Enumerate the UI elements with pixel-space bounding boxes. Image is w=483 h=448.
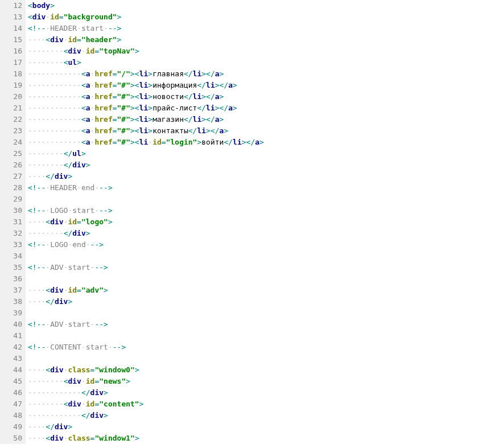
token-ws-dot: ········: [28, 377, 64, 385]
token-tag-bracket: >: [148, 104, 152, 112]
token-comment: CONTENT: [50, 343, 81, 351]
code-line[interactable]: <body>: [28, 0, 483, 11]
code-line[interactable]: [28, 353, 483, 364]
code-line[interactable]: ····</div>: [28, 296, 483, 307]
token-attr-name: href: [94, 126, 112, 135]
token-ws-dot: ············: [28, 138, 81, 146]
code-line[interactable]: ····<div·id="adv">: [28, 285, 483, 296]
code-editor[interactable]: 1213141516171819202122232425262728293031…: [0, 0, 483, 444]
token-tag-name: div: [50, 434, 63, 442]
token-tag-name: a: [86, 69, 90, 78]
token-tag-bracket: >: [50, 1, 55, 10]
code-line[interactable]: ········<div·id="topNav">: [28, 46, 483, 57]
code-line[interactable]: [28, 250, 483, 262]
token-tag-name: div: [50, 286, 63, 294]
line-number: 40: [0, 319, 22, 330]
token-tag-name: li: [197, 126, 206, 135]
line-number: 39: [0, 307, 22, 319]
token-ws-dot: ····: [28, 422, 46, 431]
token-tag-name: div: [72, 161, 85, 169]
token-ws-dot: ·: [81, 343, 86, 351]
code-line[interactable]: ········</div>: [28, 159, 483, 171]
code-line[interactable]: <div·id="background">: [28, 11, 483, 23]
token-attr-name: href: [94, 81, 112, 89]
token-tag-name: a: [86, 92, 90, 101]
code-line[interactable]: ············<a·href="/"><li>главная</li>…: [28, 68, 483, 80]
token-attr-name: id: [86, 400, 95, 408]
token-attr-value: "topNav": [99, 47, 135, 55]
code-line[interactable]: ····</div>: [28, 171, 483, 182]
code-line[interactable]: ········</ul>: [28, 148, 483, 159]
token-ws-dot: ·: [46, 24, 50, 32]
code-line[interactable]: ············<a·href="#"><li>новости</li>…: [28, 91, 483, 102]
token-tag-name: a: [86, 126, 90, 135]
token-tag-bracket: >: [130, 104, 135, 112]
token-tag-bracket: </: [81, 411, 90, 420]
code-line[interactable]: ············</div>: [28, 410, 483, 421]
code-line[interactable]: <!--·LOGO·start·-->: [28, 205, 483, 216]
token-tag-bracket: >: [148, 92, 152, 101]
token-tag-bracket: <: [81, 69, 86, 78]
token-tag-bracket: </: [64, 149, 73, 158]
token-tag-bracket: >: [77, 58, 81, 67]
token-tag-bracket: >: [135, 47, 139, 55]
token-txt: войти: [201, 138, 224, 146]
code-line[interactable]: <!--·LOGO·end·-->: [28, 239, 483, 250]
token-tag-bracket: <!--: [28, 206, 46, 215]
token-comment: LOGO: [50, 240, 68, 249]
code-line[interactable]: <!--·CONTENT·start·-->: [28, 342, 483, 353]
code-line[interactable]: [28, 307, 483, 319]
token-tag-bracket: >: [135, 434, 139, 442]
token-tag-bracket: <!--: [28, 183, 46, 192]
line-number: 41: [0, 330, 22, 342]
token-txt: магазин: [152, 115, 184, 124]
token-tag-bracket: >: [81, 149, 86, 158]
line-number: 30: [0, 205, 22, 216]
code-line[interactable]: ············<a·href="#"><li>контакты</li…: [28, 125, 483, 137]
code-line[interactable]: ············</div>: [28, 387, 483, 398]
line-number: 49: [0, 421, 22, 433]
line-number: 20: [0, 91, 22, 102]
code-line[interactable]: ····<div·class="window0">: [28, 364, 483, 376]
token-tag-name: ul: [68, 58, 77, 67]
code-line[interactable]: ····<div·id="logo">: [28, 216, 483, 228]
token-comment: ADV: [50, 263, 63, 272]
code-line[interactable]: ········<ul>: [28, 57, 483, 68]
code-line[interactable]: <!--·ADV·start·-->: [28, 262, 483, 273]
code-line[interactable]: [28, 194, 483, 205]
code-line[interactable]: <!--·ADV·start·-->: [28, 319, 483, 330]
code-line[interactable]: ····<div·id="header">: [28, 34, 483, 46]
code-area[interactable]: <body><div·id="background"><!--·HEADER·s…: [26, 0, 483, 444]
token-attr-value: "#": [117, 81, 130, 89]
token-tag-bracket: -->: [99, 206, 112, 215]
token-tag-bracket: >: [130, 126, 135, 135]
token-tag-bracket: <: [46, 217, 50, 226]
token-tag-name: li: [139, 126, 148, 135]
token-tag-bracket: -->: [94, 263, 108, 272]
code-line[interactable]: ········</div>: [28, 228, 483, 239]
code-line[interactable]: ············<a·href="#"><li·id="login">в…: [28, 137, 483, 148]
code-line[interactable]: ····<div·class="window1">: [28, 433, 483, 444]
line-number: 48: [0, 410, 22, 421]
code-line[interactable]: ········<div·id="content">: [28, 398, 483, 410]
token-tag-name: a: [215, 92, 220, 101]
code-line[interactable]: ············<a·href="#"><li>информация</…: [28, 80, 483, 91]
code-line[interactable]: <!--·HEADER·end·-->: [28, 182, 483, 194]
token-tag-name: a: [215, 69, 220, 78]
token-ws-dot: ············: [28, 126, 81, 135]
line-number: 22: [0, 114, 22, 125]
code-line[interactable]: [28, 330, 483, 342]
code-line[interactable]: [28, 273, 483, 285]
token-tag-bracket: <: [81, 92, 86, 101]
token-tag-name: li: [193, 69, 202, 78]
token-tag-name: ul: [72, 149, 81, 158]
token-tag-name: div: [50, 35, 63, 44]
token-tag-bracket: -->: [90, 240, 104, 249]
token-tag-bracket: <: [135, 81, 139, 89]
code-line[interactable]: ············<a·href="#"><li>магазин</li>…: [28, 114, 483, 125]
token-ws-dot: ····: [28, 434, 46, 442]
code-line[interactable]: ········<div·id="news">: [28, 376, 483, 387]
code-line[interactable]: <!--·HEADER·start·-->: [28, 23, 483, 34]
code-line[interactable]: ············<a·href="#"><li>прайс-лист</…: [28, 102, 483, 114]
code-line[interactable]: ····</div>: [28, 421, 483, 433]
